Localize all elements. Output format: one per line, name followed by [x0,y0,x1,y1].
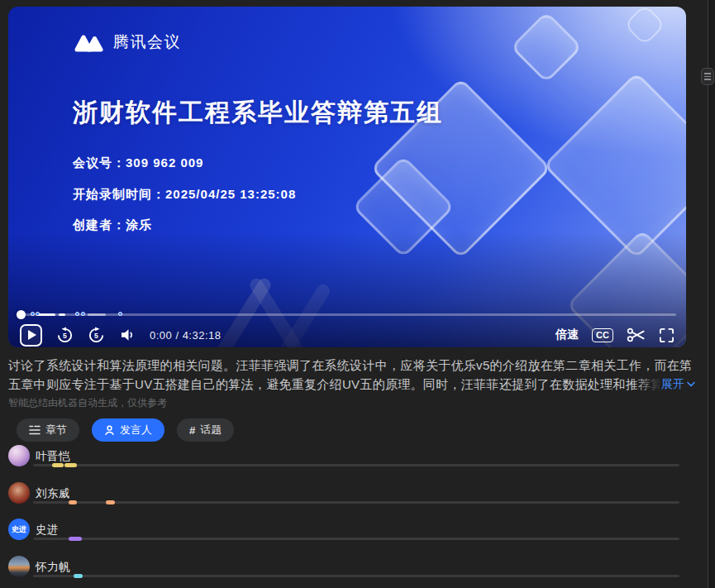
chapter-marker-dot[interactable] [31,312,35,316]
played-segment [59,313,65,316]
expand-button[interactable]: 展开 [633,375,695,394]
avatar [8,445,30,466]
tab-topics[interactable]: # 话题 [177,418,234,442]
tencent-meeting-logo-icon [73,32,106,53]
creator: 创建者：涂乐 [73,218,152,233]
svg-text:5: 5 [94,332,98,340]
glass-cube [510,11,583,84]
svg-text:5: 5 [63,332,67,340]
speaker-row: 怀力帆 [8,556,679,588]
speaker-row: 刘东威 [8,482,679,519]
hash-icon: # [189,424,195,437]
speaker-name: 史进 [36,523,59,538]
speaker-row: 史进史进 [8,519,679,556]
speech-segment[interactable] [74,574,83,578]
panel-divider [708,0,708,588]
rewind-5s-button[interactable]: 5 [56,327,74,344]
played-segment [37,313,55,316]
fullscreen-button[interactable] [659,327,674,343]
ai-summary-disclaimer: 智能总结由机器自动生成，仅供参考 [8,396,167,410]
tab-speakers[interactable]: 发言人 [92,418,164,442]
speaker-name: 叶晋恺 [36,449,70,464]
tab-bar: 章节 发言人 # 话题 [17,418,234,442]
speech-segment[interactable] [52,463,64,467]
chapter-marker-dot[interactable] [75,312,79,316]
cube-outline [624,7,666,45]
chapter-marker-dot[interactable] [118,312,122,316]
subtitles-cc-button[interactable]: CC [592,328,613,342]
progress-bar[interactable] [18,313,676,316]
brand: 腾讯会议 [73,31,181,53]
panel-drag-handle[interactable] [701,68,714,85]
avatar: 史进 [8,519,30,540]
play-icon [28,330,36,340]
forward-5s-button[interactable]: 5 [88,327,105,344]
player-controls: 5 5 0:00 / 4:32:18 倍速 CC [20,323,674,347]
speech-segment[interactable] [69,500,77,504]
ai-summary-text: 讨论了系统设计和算法原理的相关问题。汪菲菲强调了在系统设计中，应将关于优乐v5的… [8,356,694,394]
chevron-down-icon [687,381,695,387]
tab-chapters[interactable]: 章节 [17,418,79,442]
speaker-name: 怀力帆 [36,560,70,575]
speaker-timeline[interactable] [33,501,679,504]
avatar [8,482,30,504]
volume-icon[interactable] [119,327,136,343]
speech-segment[interactable] [106,500,114,504]
speaker-list: 叶晋恺刘东威史进史进怀力帆 [8,445,679,588]
chapter-list-icon [29,425,41,435]
played-segment [88,313,106,316]
clip-scissors-button[interactable] [627,327,646,343]
chapter-marker-dot[interactable] [81,312,85,316]
speaker-timeline[interactable] [33,464,679,466]
avatar [8,556,30,577]
speaker-timeline[interactable] [33,538,679,540]
play-button[interactable] [20,324,42,347]
speaker-timeline[interactable] [33,575,679,577]
slide-title: 浙财软件工程系毕业答辩第五组 [73,96,443,130]
speech-segment[interactable] [69,537,82,541]
record-start-time: 开始录制时间：2025/04/25 13:25:08 [73,187,296,203]
speaker-name: 刘东威 [36,486,70,501]
brand-name: 腾讯会议 [113,31,181,53]
meeting-number: 会议号：309 962 009 [73,155,203,171]
speech-segment[interactable] [64,463,77,467]
speaker-row: 叶晋恺 [8,445,679,482]
time-display: 0:00 / 4:32:18 [150,329,222,342]
playback-speed-button[interactable]: 倍速 [555,327,579,342]
video-surface[interactable]: 腾讯会议 浙财软件工程系毕业答辩第五组 会议号：309 962 009 开始录制… [8,7,686,347]
right-panel-strip [708,0,715,588]
video-player: 腾讯会议 浙财软件工程系毕业答辩第五组 会议号：309 962 009 开始录制… [8,7,686,347]
person-icon [104,425,115,436]
playhead[interactable] [17,310,26,319]
